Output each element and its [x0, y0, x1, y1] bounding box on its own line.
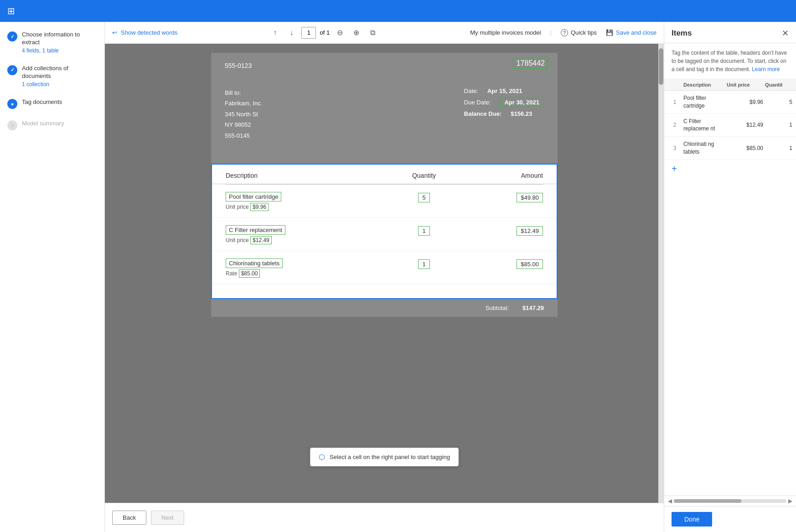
step-2-subtitle: 1 collection — [22, 81, 97, 88]
col-price-header: Unit price — [727, 82, 763, 88]
hint-text: Select a cell on the right panel to star… — [330, 454, 450, 460]
date-label: Date: — [464, 88, 478, 94]
balance-row: Balance Due: $156.23 — [464, 110, 544, 117]
table-row: C Filter replacement Unit price $12.49 1… — [212, 218, 557, 251]
item-3-amt-box: $85.00 — [517, 259, 543, 269]
balance-value: $156.23 — [511, 110, 532, 117]
table-row[interactable]: 2 C Filter replaceme nt $12.49 1 — [664, 114, 796, 137]
learn-more-link[interactable]: Learn more — [752, 66, 780, 72]
page-total: of 1 — [320, 29, 330, 36]
back-button[interactable]: Back — [112, 511, 146, 525]
main-layout: ✓ Choose information to extract 4 fields… — [0, 22, 796, 532]
step-3-circle: ● — [7, 99, 17, 109]
item-1-name: Pool filter cartridge — [226, 192, 281, 201]
due-date-label: Due Date: — [464, 99, 491, 106]
row-1-num: 1 — [668, 99, 682, 105]
doc-scrollbar[interactable] — [658, 44, 664, 503]
hint-icon: ⬡ — [319, 453, 325, 461]
step-1[interactable]: ✓ Choose information to extract 4 fields… — [7, 31, 97, 54]
row-3-price: $85.00 — [727, 145, 763, 151]
table-row: Pool filter cartridge Unit price $9.96 5… — [212, 185, 557, 218]
row-1-price: $9.96 — [727, 99, 763, 105]
step-2[interactable]: ✓ Add collections of documents 1 collect… — [7, 65, 97, 88]
item-2-qty-box: 1 — [418, 226, 429, 236]
billing-row: Bill to: Fabrikam, Inc. 345 North St NY … — [225, 88, 544, 150]
item-3-unit: Rate $85.00 — [226, 269, 260, 278]
table-row[interactable]: 1 Pool filter cartridge $9.96 5 — [664, 91, 796, 114]
company-name: Fabrikam, Inc. — [225, 98, 262, 108]
item-1-desc: Pool filter cartridge Unit price $9.96 — [226, 192, 384, 210]
quick-tips-button[interactable]: ? Quick tips — [561, 29, 597, 36]
item-2-qty: 1 — [384, 225, 464, 236]
items-table: Description Unit price Quantit 1 Pool fi… — [664, 79, 796, 496]
date-value: Apr 15, 2021 — [487, 88, 522, 94]
step-1-title: Choose information to extract — [22, 31, 97, 46]
invoice-number: 1785442 — [513, 57, 548, 69]
page-down-button[interactable]: ↓ — [285, 26, 298, 39]
col-amount: Amount — [464, 172, 543, 179]
page-number-input[interactable] — [301, 27, 316, 39]
item-2-desc: C Filter replacement Unit price $12.49 — [226, 225, 384, 243]
step-3[interactable]: ● Tag documents — [7, 98, 97, 109]
quick-tips-icon: ? — [561, 29, 568, 36]
col-desc-header: Description — [683, 82, 725, 88]
page-up-button[interactable]: ↑ — [269, 26, 281, 39]
step-2-content: Add collections of documents 1 collectio… — [22, 65, 97, 88]
model-name: My multiple invoices model — [470, 29, 541, 36]
fit-page-button[interactable]: ⧉ — [366, 26, 379, 39]
step-3-title: Tag documents — [22, 98, 97, 106]
hint-bar: ⬡ Select a cell on the right panel to st… — [310, 448, 459, 466]
item-1-qty: 5 — [384, 192, 464, 202]
document-page: 1785442 555-0123 Bill to: Fabrikam, Inc.… — [211, 53, 558, 317]
row-1-desc: Pool filter cartridge — [683, 94, 725, 110]
zoom-in-button[interactable]: ⊕ — [350, 26, 362, 39]
document-viewer[interactable]: 1785442 555-0123 Bill to: Fabrikam, Inc.… — [105, 44, 664, 503]
table-row: Chlorinating tablets Rate $85.00 1 $85.0… — [212, 251, 557, 284]
scrollbar-thumb — [674, 499, 741, 503]
step-1-subtitle: 4 fields, 1 table — [22, 47, 97, 54]
add-row-icon: + — [672, 164, 677, 174]
step-1-content: Choose information to extract 4 fields, … — [22, 31, 97, 54]
done-button[interactable]: Done — [672, 512, 712, 527]
item-2-amt: $12.49 — [464, 225, 543, 236]
step-4[interactable]: ○ Model summary — [7, 120, 97, 130]
item-3-desc: Chlorinating tablets Rate $85.00 — [226, 258, 384, 277]
col-qty-header: Quantit — [765, 82, 792, 88]
show-detected-words[interactable]: ↩ Show detected words — [112, 29, 177, 36]
step-4-content: Model summary — [22, 120, 97, 128]
save-close-button[interactable]: 💾 Save and close — [606, 29, 656, 36]
item-1-amt: $49.80 — [464, 192, 543, 202]
panel-title: Items — [672, 29, 692, 38]
grid-icon[interactable]: ⊞ — [7, 5, 15, 16]
item-2-price-box: $12.49 — [250, 236, 272, 244]
item-3-qty: 1 — [384, 258, 464, 269]
close-icon[interactable]: ✕ — [782, 28, 789, 38]
item-1-qty-box: 5 — [418, 193, 429, 202]
item-1-unit: Unit price $9.96 — [226, 203, 269, 211]
next-button[interactable]: Next — [151, 511, 184, 525]
bill-to: Bill to: Fabrikam, Inc. 345 North St NY … — [225, 88, 262, 141]
step-4-circle: ○ — [7, 120, 17, 130]
table-row[interactable]: 3 Chlorinati ng tablets $85.00 1 — [664, 137, 796, 160]
scrollbar-track[interactable] — [674, 499, 786, 503]
step-1-circle: ✓ — [7, 31, 17, 41]
items-table-header: Description Unit price Quantit — [664, 79, 796, 91]
add-row-button[interactable]: + — [664, 160, 684, 178]
panel-header: Items ✕ — [664, 22, 796, 43]
zoom-out-button[interactable]: ⊖ — [333, 26, 346, 39]
panel-scrollbar: ◀ ▶ — [664, 496, 796, 506]
date-row: Date: Apr 15, 2021 — [464, 88, 544, 94]
toolbar-right: My multiple invoices model | ? Quick tip… — [470, 29, 656, 36]
invoice-dates: Date: Apr 15, 2021 Due Date: Apr 30, 202… — [464, 88, 544, 141]
invoice-footer: Subtotal: $147.29 — [211, 299, 558, 317]
item-1-price-box: $9.96 — [250, 203, 269, 211]
toolbar-strip: ↩ Show detected words ↑ ↓ of 1 ⊖ ⊕ ⧉ My … — [105, 22, 664, 44]
col-description: Description — [226, 172, 384, 179]
scroll-right-icon[interactable]: ▶ — [788, 498, 792, 504]
step-4-title: Model summary — [22, 120, 97, 128]
balance-label: Balance Due: — [464, 110, 501, 117]
table-header: Description Quantity Amount — [212, 165, 557, 184]
scroll-left-icon[interactable]: ◀ — [668, 498, 672, 504]
quick-tips-label: Quick tips — [571, 29, 597, 36]
nav-buttons: Back Next — [105, 503, 664, 532]
